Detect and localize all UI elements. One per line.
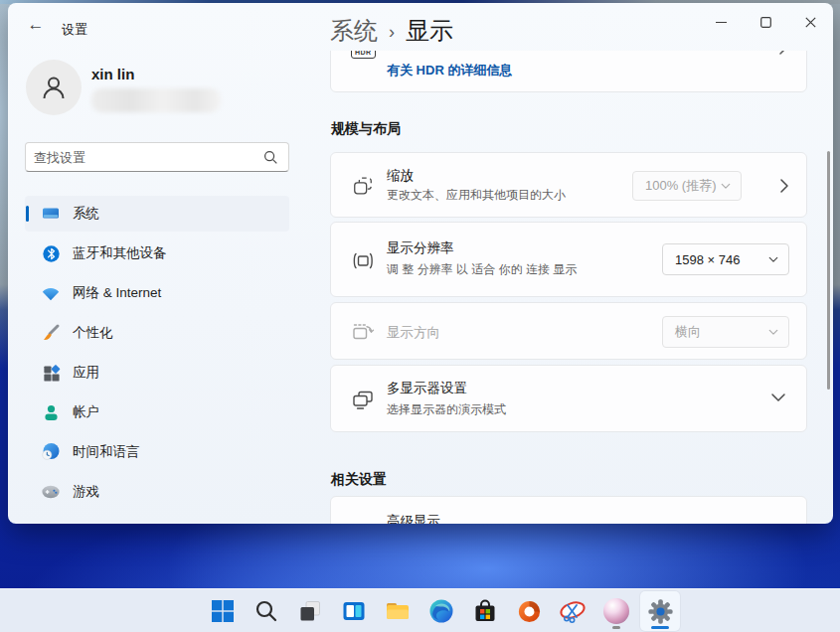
settings-gear-icon [647, 598, 674, 625]
search-input[interactable] [26, 150, 263, 165]
resolution-dropdown-value: 1598 × 746 [675, 252, 740, 267]
widgets-icon [342, 599, 366, 623]
settings-app-button[interactable] [640, 591, 680, 631]
user-name: xin lin [91, 66, 134, 82]
task-view-icon [298, 599, 322, 623]
multi-display-subtitle: 选择显示器的演示模式 [387, 401, 506, 418]
orientation-title: 显示方向 [387, 324, 440, 342]
window-title: 设置 [62, 21, 87, 39]
chevron-right-icon[interactable] [779, 178, 789, 194]
apps-grid-icon [41, 363, 61, 383]
page-title: 显示 [406, 15, 453, 47]
taskbar-icons [203, 591, 680, 631]
sidebar-item-label: 帐户 [73, 403, 99, 421]
resolution-icon [350, 247, 376, 273]
resolution-subtitle: 调 整 分辨率 以 适合 你的 连接 显示 [387, 261, 577, 278]
scale-dropdown-value: 100% (推荐) [645, 177, 717, 195]
sidebar-item-time-language[interactable]: 时间和语言 [25, 434, 289, 470]
advanced-display-title: 高级显示 [387, 513, 440, 524]
resolution-dropdown[interactable]: 1598 × 746 [662, 243, 789, 275]
orientation-dropdown-value: 横向 [675, 323, 701, 341]
sidebar-item-label: 时间和语言 [73, 443, 140, 461]
sidebar-item-label: 个性化 [73, 324, 113, 342]
person-outline-icon [39, 73, 69, 102]
resolution-row: 显示分辨率 调 整 分辨率 以 适合 你的 连接 显示 1598 × 746 [330, 222, 807, 297]
taskbar-search-button[interactable] [247, 591, 286, 631]
advanced-display-row[interactable]: 高级显示 [330, 496, 807, 524]
scale-icon [350, 173, 376, 199]
bluetooth-icon [41, 243, 61, 263]
breadcrumb: 系统 › 显示 [330, 15, 453, 47]
sidebar-item-network-internet[interactable]: 网络 & Internet [25, 275, 289, 311]
chevron-down-icon [768, 329, 778, 336]
sidebar-item-label: 系统 [73, 205, 99, 223]
avatar[interactable] [26, 60, 82, 115]
chevron-right-icon [778, 51, 788, 56]
sidebar-item-label: 蓝牙和其他设备 [73, 244, 167, 262]
advanced-display-icon [350, 519, 376, 524]
orientation-dropdown: 横向 [662, 316, 789, 348]
orientation-row: 显示方向 横向 [330, 302, 807, 360]
multi-display-title: 多显示器设置 [387, 380, 467, 397]
person-icon [41, 402, 61, 422]
hdr-info-link[interactable]: 有关 HDR 的详细信息 [387, 62, 512, 79]
main-pane: 系统 › 显示 HDR 有关 HDR 的详细信息 规模与布局 [330, 3, 807, 524]
sidebar-item-personalization[interactable]: 个性化 [25, 315, 289, 351]
scale-subtitle: 更改文本、应用和其他项目的大小 [387, 187, 566, 204]
start-button[interactable] [203, 591, 243, 631]
resolution-title: 显示分辨率 [387, 239, 454, 257]
task-view-button[interactable] [290, 591, 330, 631]
windows-logo-icon [211, 599, 235, 623]
scale-row[interactable]: 缩放 更改文本、应用和其他项目的大小 100% (推荐) [330, 152, 807, 218]
breadcrumb-system[interactable]: 系统 [330, 15, 378, 47]
search-box[interactable] [25, 142, 289, 172]
scale-title: 缩放 [387, 167, 414, 185]
hdr-card[interactable]: HDR 有关 HDR 的详细信息 [330, 51, 807, 92]
game-controller-icon [41, 482, 61, 502]
scale-dropdown: 100% (推荐) [632, 171, 742, 201]
user-email-redacted [91, 88, 221, 112]
sidebar-item-label: 网络 & Internet [73, 284, 161, 302]
chevron-down-icon[interactable] [770, 393, 786, 402]
taskbar [0, 588, 840, 632]
sidebar-item-system[interactable]: 系统 [25, 196, 289, 232]
vertical-scrollbar[interactable] [827, 151, 830, 390]
section-scale-layout: 规模与布局 [331, 120, 401, 138]
search-icon [254, 599, 278, 623]
hdr-badge-icon: HDR [351, 51, 376, 59]
paintbrush-icon [41, 323, 61, 343]
sidebar-item-accounts[interactable]: 帐户 [25, 395, 289, 430]
microsoft-store-icon [472, 598, 498, 624]
edge-button[interactable] [421, 591, 461, 631]
microsoft-store-button[interactable] [465, 591, 505, 631]
edge-browser-icon [428, 598, 454, 624]
widgets-button[interactable] [334, 591, 374, 631]
sidebar-item-label: 应用 [73, 364, 99, 382]
sidebar-item-gaming[interactable]: 游戏 [25, 474, 289, 510]
office-icon [517, 599, 542, 624]
settings-window: ← 设置 xin lin [8, 3, 833, 524]
user-app-button[interactable] [596, 591, 636, 631]
wifi-icon [41, 283, 61, 303]
section-related-settings: 相关设置 [331, 471, 387, 489]
settings-scroll-area: HDR 有关 HDR 的详细信息 规模与布局 缩放 更改文本、应用和其他项目的大… [330, 51, 807, 524]
multi-display-icon [350, 387, 376, 412]
screenshot-tool-button[interactable] [553, 591, 592, 631]
user-app-avatar-icon [603, 598, 629, 624]
sidebar-item-label: 游戏 [73, 483, 99, 501]
chevron-down-icon [768, 256, 778, 263]
clock-globe-icon [41, 442, 61, 462]
search-icon [263, 150, 278, 165]
screenshot-tool-icon [559, 598, 587, 624]
sidebar-item-apps[interactable]: 应用 [25, 355, 289, 391]
back-button[interactable]: ← [20, 11, 52, 39]
multi-display-row[interactable]: 多显示器设置 选择显示器的演示模式 [330, 365, 807, 432]
office-button[interactable] [509, 591, 549, 631]
system-laptop-icon [41, 204, 61, 224]
breadcrumb-separator: › [389, 20, 395, 43]
chevron-down-icon [721, 183, 731, 190]
orientation-icon [350, 319, 376, 345]
file-explorer-icon [385, 598, 411, 624]
file-explorer-button[interactable] [378, 591, 418, 631]
sidebar-item-bluetooth-devices[interactable]: 蓝牙和其他设备 [25, 236, 289, 271]
